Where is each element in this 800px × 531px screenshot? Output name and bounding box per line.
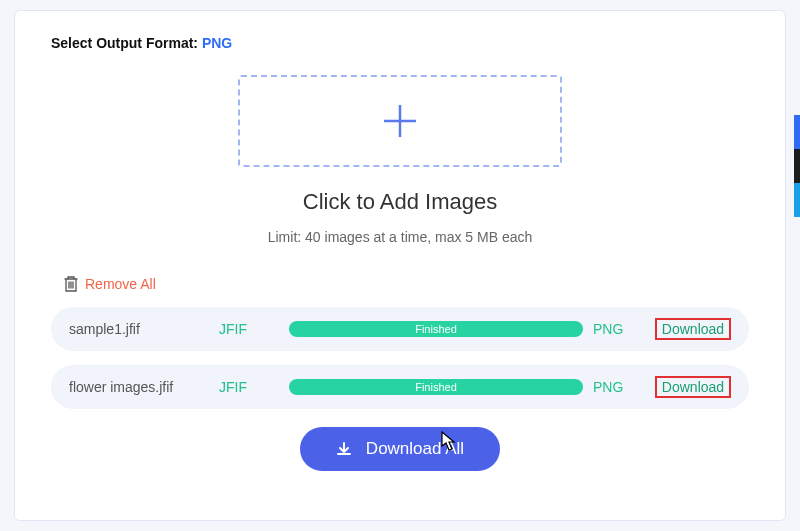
file-progress-bar: Finished (289, 379, 583, 395)
side-tabs (794, 115, 800, 217)
output-format-value[interactable]: PNG (202, 35, 232, 51)
output-format-label: Select Output Format: PNG (51, 35, 749, 51)
file-target-format: PNG (593, 379, 641, 395)
file-name: flower images.jfif (69, 379, 219, 395)
side-tab[interactable] (794, 115, 800, 149)
remove-all-label: Remove All (85, 276, 156, 292)
side-tab[interactable] (794, 149, 800, 183)
file-row: flower images.jfif JFIF Finished PNG Dow… (51, 365, 749, 409)
converter-panel: Select Output Format: PNG Click to Add I… (14, 10, 786, 521)
file-download-link[interactable]: Download (655, 376, 731, 398)
file-source-format: JFIF (219, 321, 279, 337)
remove-all-button[interactable]: Remove All (63, 275, 156, 293)
plus-icon (380, 101, 420, 141)
add-images-text: Click to Add Images (51, 189, 749, 215)
file-progress: Finished (289, 379, 583, 395)
file-progress: Finished (289, 321, 583, 337)
file-download-link[interactable]: Download (655, 318, 731, 340)
file-progress-bar: Finished (289, 321, 583, 337)
file-source-format: JFIF (219, 379, 279, 395)
trash-icon (63, 275, 79, 293)
download-all-label: Download All (366, 439, 464, 459)
side-tab[interactable] (794, 183, 800, 217)
app-root: Select Output Format: PNG Click to Add I… (0, 0, 800, 531)
limit-text: Limit: 40 images at a time, max 5 MB eac… (51, 229, 749, 245)
download-all-button[interactable]: Download All (300, 427, 500, 471)
file-target-format: PNG (593, 321, 641, 337)
file-name: sample1.jfif (69, 321, 219, 337)
file-row: sample1.jfif JFIF Finished PNG Download (51, 307, 749, 351)
add-images-dropzone[interactable] (238, 75, 562, 167)
download-icon (336, 441, 352, 457)
output-format-label-text: Select Output Format: (51, 35, 202, 51)
file-list: sample1.jfif JFIF Finished PNG Download … (51, 307, 749, 409)
